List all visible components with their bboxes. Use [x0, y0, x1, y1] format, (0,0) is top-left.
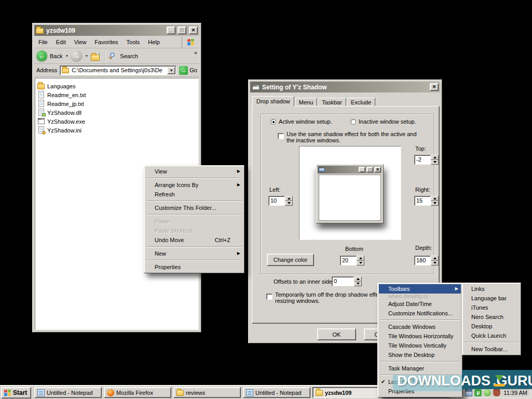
list-item[interactable]: YzShadow.ini: [37, 126, 196, 135]
menu-item-nero-search[interactable]: Nero Search: [463, 312, 520, 322]
menu-item-tile-vertically[interactable]: Tile Windows Vertically: [379, 341, 461, 350]
maximize-button[interactable]: □: [178, 26, 186, 34]
top-value[interactable]: -2: [414, 155, 431, 165]
file-name[interactable]: YzShadow.ini: [47, 127, 81, 134]
spin-down-icon[interactable]: [431, 160, 439, 165]
taskbar-button-reviews[interactable]: reviews: [173, 387, 241, 398]
taskbar-button-notepad-1[interactable]: Untitled - Notepad: [34, 387, 102, 398]
menu-item-toolbars[interactable]: Toolbars▶: [379, 284, 461, 294]
menu-item-arrange-icons-by[interactable]: Arrange Icons By▶: [145, 180, 243, 190]
spin-up-icon[interactable]: [431, 196, 439, 201]
go-button[interactable]: → Go: [179, 66, 197, 75]
checkbox-icon[interactable]: [278, 133, 284, 139]
menu-item-cascade-windows[interactable]: Cascade Windows: [379, 322, 461, 331]
address-dropdown-icon[interactable]: ▼: [167, 66, 175, 74]
utorrent-tray-icon[interactable]: µ: [474, 389, 482, 396]
change-color-button[interactable]: Change color: [267, 254, 314, 266]
spin-up-icon[interactable]: [431, 155, 439, 160]
file-name[interactable]: Readme_en.txt: [47, 92, 86, 98]
messenger-tray-icon[interactable]: [484, 389, 491, 396]
dialog-titlebar[interactable]: Setting of Y'z Shadow ✕: [250, 82, 440, 92]
spin-up-icon[interactable]: [354, 276, 362, 282]
depth-spinner[interactable]: 180: [414, 256, 439, 265]
back-label[interactable]: Back: [50, 53, 62, 59]
address-combo[interactable]: C:\Documents and Settings\j0s3\De ▼: [60, 65, 176, 75]
radio-off-icon[interactable]: [350, 119, 356, 125]
spin-down-icon[interactable]: [431, 261, 439, 266]
menu-help[interactable]: Help: [144, 37, 164, 47]
inactive-window-radio[interactable]: Inactive window setup.: [350, 118, 416, 125]
checkbox-icon[interactable]: [266, 294, 272, 300]
menu-item-customize-this-folder[interactable]: Customize This Folder...: [145, 203, 243, 212]
taskbar-button-firefox[interactable]: Mozilla Firefox: [104, 387, 171, 398]
menu-item-new-toolbar[interactable]: New Toolbar...: [463, 344, 520, 354]
spin-up-icon[interactable]: [285, 196, 293, 201]
tab-menu[interactable]: Menu: [295, 98, 318, 107]
file-name[interactable]: Languages: [47, 83, 75, 89]
yzshadow-tray-icon[interactable]: [465, 389, 472, 396]
menu-favorites[interactable]: Favorites: [90, 37, 122, 47]
offset-value[interactable]: 0: [332, 276, 354, 286]
menu-item-refresh[interactable]: Refresh: [145, 190, 243, 199]
taskbar-button-notepad-2[interactable]: Untitled - Notepad: [243, 387, 310, 398]
active-window-radio[interactable]: Active window setup.: [270, 118, 332, 125]
menu-item-show-desktop[interactable]: Show the Desktop: [379, 350, 461, 360]
up-folder-icon[interactable]: ↑: [91, 51, 101, 61]
list-item[interactable]: YzShadow.dll: [37, 108, 196, 117]
back-icon[interactable]: ←: [36, 50, 47, 61]
right-value[interactable]: 15: [414, 196, 431, 206]
spin-up-icon[interactable]: [431, 256, 439, 261]
forward-dropdown-icon[interactable]: ▼: [85, 54, 88, 58]
menu-item-language-bar[interactable]: Language bar: [463, 294, 520, 303]
spin-down-icon[interactable]: [357, 261, 364, 266]
menu-item-tile-horizontally[interactable]: Tile Windows Horizontally: [379, 331, 461, 341]
menu-item-properties[interactable]: Properties: [145, 262, 243, 272]
left-value[interactable]: 10: [268, 196, 285, 206]
temp-disable-checkbox[interactable]: Temporarily turn off the drop shadow eff…: [266, 291, 383, 304]
file-name[interactable]: YzShadow.exe: [47, 118, 85, 125]
menu-item-itunes[interactable]: iTunes: [463, 303, 520, 312]
menu-item-customize-notifications[interactable]: Customize Notifications...: [379, 309, 461, 318]
depth-value[interactable]: 180: [414, 256, 431, 265]
list-item[interactable]: Readme_jp.txt: [37, 99, 196, 108]
offset-spinner[interactable]: 0: [332, 276, 362, 286]
tab-taskbar[interactable]: Taskbar: [318, 98, 346, 107]
close-icon[interactable]: ✕: [430, 83, 439, 91]
search-icon[interactable]: [109, 52, 117, 60]
left-spinner[interactable]: 10: [268, 196, 293, 206]
spin-up-icon[interactable]: [357, 256, 364, 261]
taskbar-button-yzsdw109[interactable]: yzsdw109: [312, 387, 380, 398]
menu-item-quick-launch[interactable]: Quick Launch: [463, 331, 520, 340]
spin-down-icon[interactable]: [431, 201, 439, 206]
back-dropdown-icon[interactable]: ▼: [65, 54, 69, 58]
file-name[interactable]: Readme_jp.txt: [47, 101, 84, 107]
top-spinner[interactable]: -2: [414, 155, 439, 165]
start-button[interactable]: Start: [1, 387, 31, 398]
tab-exclude[interactable]: Exclude: [347, 98, 375, 107]
ok-button[interactable]: OK: [317, 328, 356, 340]
explorer-titlebar[interactable]: yzsdw109 _ □ ✕: [34, 25, 199, 36]
spin-down-icon[interactable]: [354, 282, 362, 287]
forward-icon[interactable]: →: [71, 50, 82, 61]
right-spinner[interactable]: 15: [414, 196, 439, 206]
list-item[interactable]: YzShadow.exe: [37, 117, 196, 126]
toolbar-overflow-chevron[interactable]: »: [194, 48, 197, 56]
address-input[interactable]: C:\Documents and Settings\j0s3\De: [72, 67, 166, 73]
search-label[interactable]: Search: [120, 53, 138, 59]
tab-drop-shadow[interactable]: Drop shadow: [252, 96, 294, 107]
menu-view[interactable]: View: [70, 37, 91, 47]
spin-down-icon[interactable]: [285, 201, 293, 206]
menu-file[interactable]: File: [34, 37, 52, 47]
radio-on-icon[interactable]: [270, 119, 276, 125]
fox-tray-icon[interactable]: [493, 389, 500, 396]
menu-item-task-manager[interactable]: Task Manager: [379, 364, 461, 373]
bottom-value[interactable]: 20: [340, 256, 357, 265]
menu-item-undo-move[interactable]: Undo MoveCtrl+Z: [145, 235, 243, 245]
minimize-button[interactable]: _: [167, 26, 175, 34]
menu-item-links[interactable]: Links: [463, 284, 520, 294]
menu-edit[interactable]: Edit: [52, 37, 70, 47]
menu-item-desktop[interactable]: Desktop: [463, 322, 520, 331]
taskbar-clock[interactable]: 11:39 AM: [502, 390, 527, 396]
menu-item-view[interactable]: View▶: [145, 167, 243, 176]
close-icon[interactable]: ✕: [189, 26, 198, 34]
